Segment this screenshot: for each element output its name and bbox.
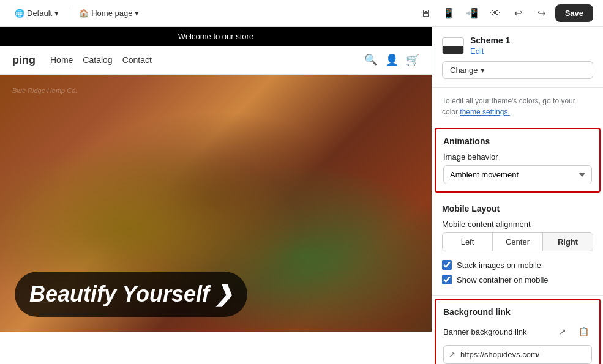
scheme-preview <box>442 37 464 54</box>
search-icon[interactable]: 🔍 <box>364 53 378 67</box>
top-bar-left: 🌐 Default ▾ 🏠 Home page ▾ <box>10 6 144 20</box>
banner-link-row: Banner background link ↗ 📋 <box>443 323 592 340</box>
nav-contact[interactable]: Contact <box>122 55 152 65</box>
hero-overlay: Beautify Yourself ❯ <box>0 75 432 332</box>
link-input-wrap: ↗ <box>443 345 592 364</box>
top-bar-right: 🖥 📱 📲 👁 ↩ ↪ Save <box>416 4 593 23</box>
link-input-icon: ↗ <box>444 350 460 359</box>
default-selector[interactable]: 🌐 Default ▾ <box>10 6 64 20</box>
account-icon[interactable]: 👤 <box>385 53 399 67</box>
align-left-btn[interactable]: Left <box>443 233 493 251</box>
cart-icon[interactable]: 🛒 <box>406 53 419 67</box>
show-container-row: Show container on mobile <box>442 272 593 287</box>
hero-section: Blue Ridge Hemp Co. Beautify Yourself ❯ <box>0 75 432 332</box>
announcement-text: Welcome to our store <box>178 32 253 41</box>
scheme-row: Scheme 1 Edit <box>442 35 593 56</box>
nav-logo: ping <box>12 54 36 67</box>
nav-bar: ping Home Catalog Contact 🔍 👤 🛒 <box>0 46 432 75</box>
stack-images-row: Stack images on mobile <box>442 258 593 272</box>
animations-title: Animations <box>443 136 592 146</box>
stack-images-label: Stack images on mobile <box>457 261 541 270</box>
copy-link-btn[interactable]: 📋 <box>575 323 592 340</box>
alignment-group: Left Center Right <box>442 232 593 251</box>
undo-btn[interactable]: ↩ <box>509 4 528 23</box>
nav-catalog[interactable]: Catalog <box>83 55 112 65</box>
animations-section: Animations Image behavior Ambient moveme… <box>435 128 601 193</box>
announcement-bar: Welcome to our store <box>0 27 432 46</box>
redo-btn[interactable]: ↪ <box>532 4 552 23</box>
scheme-edit-link[interactable]: Edit <box>470 46 484 56</box>
mobile-alignment-label: Mobile content alignment <box>442 220 593 229</box>
scheme-title: Scheme 1 <box>470 35 510 45</box>
mobile-view-btn[interactable]: 📲 <box>462 4 482 23</box>
scheme-section: Scheme 1 Edit Change ▾ <box>432 27 603 88</box>
image-behavior-label: Image behavior <box>443 152 592 162</box>
nav-home[interactable]: Home <box>50 55 73 65</box>
globe-icon: 🌐 <box>15 9 24 18</box>
scheme-info: Scheme 1 Edit <box>470 35 510 56</box>
top-bar: 🌐 Default ▾ 🏠 Home page ▾ 🖥 📱 📲 👁 ↩ ↪ Sa… <box>0 0 603 27</box>
scheme-inner <box>443 46 463 54</box>
right-panel: Scheme 1 Edit Change ▾ To edit all your … <box>432 27 603 364</box>
homepage-chevron: ▾ <box>135 9 139 18</box>
open-link-btn[interactable]: ↗ <box>554 323 571 340</box>
tablet-view-btn[interactable]: 📱 <box>439 4 459 23</box>
link-input[interactable] <box>460 346 591 363</box>
image-behavior-select[interactable]: Ambient movement <box>443 165 592 184</box>
home-icon: 🏠 <box>79 9 89 18</box>
change-label: Change <box>450 65 478 75</box>
stack-images-checkbox[interactable] <box>442 260 452 270</box>
separator <box>69 7 69 20</box>
banner-link-label: Banner background link <box>443 327 550 336</box>
change-chevron: ▾ <box>481 65 485 75</box>
hero-text: Beautify Yourself <box>29 281 209 307</box>
show-container-label: Show container on mobile <box>457 275 549 284</box>
theme-note: To edit all your theme's colors, go to y… <box>432 88 603 125</box>
nav-icons: 🔍 👤 🛒 <box>364 53 419 67</box>
theme-settings-link[interactable]: theme settings. <box>460 108 509 116</box>
align-right-btn[interactable]: Right <box>543 233 593 251</box>
desktop-view-btn[interactable]: 🖥 <box>416 4 435 23</box>
nav-links: Home Catalog Contact <box>50 55 152 65</box>
store-preview: Welcome to our store ping Home Catalog C… <box>0 27 432 364</box>
main-layout: Welcome to our store ping Home Catalog C… <box>0 27 603 364</box>
change-button[interactable]: Change ▾ <box>442 61 593 79</box>
mobile-layout-title: Mobile Layout <box>442 204 593 214</box>
align-center-btn[interactable]: Center <box>493 233 543 251</box>
background-link-section: Background link Banner background link ↗… <box>435 299 601 364</box>
hero-text-block: Beautify Yourself ❯ <box>15 272 247 317</box>
mobile-layout-section: Mobile Layout Mobile content alignment L… <box>432 195 603 296</box>
default-chevron: ▾ <box>54 9 59 18</box>
save-button[interactable]: Save <box>555 4 593 22</box>
homepage-selector[interactable]: 🏠 Home page ▾ <box>74 6 144 20</box>
hero-arrow: ❯ <box>214 281 233 307</box>
store-header: Welcome to our store ping Home Catalog C… <box>0 27 432 75</box>
bg-link-title: Background link <box>443 307 592 317</box>
eye-btn[interactable]: 👁 <box>485 4 505 23</box>
default-label: Default <box>27 9 52 18</box>
homepage-label: Home page <box>91 9 132 18</box>
canvas-area: Welcome to our store ping Home Catalog C… <box>0 27 432 364</box>
show-container-checkbox[interactable] <box>442 275 452 284</box>
